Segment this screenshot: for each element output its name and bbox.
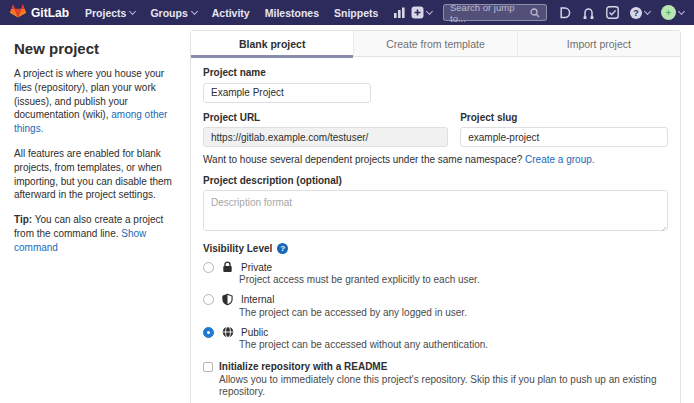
tab-import-project[interactable]: Import project (518, 31, 680, 56)
private-radio[interactable] (203, 262, 214, 273)
search-icon (530, 4, 540, 22)
project-slug-input[interactable] (460, 127, 668, 147)
nav-item-groups[interactable]: Groups (150, 7, 196, 19)
namespace-hint: Want to house several dependent projects… (203, 153, 668, 166)
navbar-right: Search or jump to... (411, 4, 684, 21)
nav-item-milestones[interactable]: Milestones (265, 7, 319, 19)
sidebar-paragraph-1: A project is where you house your files … (14, 67, 174, 136)
new-project-panel: Blank project Create from template Impor… (190, 30, 681, 403)
search-input[interactable]: Search or jump to... (443, 4, 547, 21)
public-description: The project can be accessed without any … (239, 339, 668, 351)
readme-checkbox[interactable] (203, 362, 213, 372)
visibility-option-internal[interactable]: Internal (203, 293, 668, 306)
project-description-input[interactable] (203, 190, 668, 231)
description-wrap (203, 190, 668, 235)
project-description-label: Project description (optional) (203, 174, 668, 187)
tab-create-from-template[interactable]: Create from template (354, 31, 517, 56)
lock-icon (221, 261, 234, 273)
user-menu[interactable]: + (661, 5, 684, 20)
issues-icon[interactable] (558, 6, 571, 20)
search-placeholder: Search or jump to... (450, 2, 530, 24)
private-description: Project access must be granted explicitl… (239, 274, 668, 286)
project-url-input[interactable] (203, 127, 448, 147)
page-title: New project (14, 40, 174, 57)
internal-description: The project can be accessed by any logge… (239, 307, 668, 319)
plus-menu-icon[interactable] (411, 6, 432, 19)
visibility-level-header: Visibility Level ? (203, 243, 668, 254)
public-radio[interactable] (203, 327, 214, 338)
help-icon[interactable]: ? (630, 7, 650, 19)
readme-label: Initialize repository with a README (219, 361, 387, 372)
nav-item-activity[interactable]: Activity (212, 7, 250, 19)
merge-requests-icon[interactable] (582, 6, 595, 20)
visibility-option-private[interactable]: Private (203, 261, 668, 273)
sidebar-paragraph-2: All features are enabled for blank proje… (14, 147, 174, 202)
nav-item-projects[interactable]: Projects (85, 7, 135, 19)
project-slug-label: Project slug (460, 111, 668, 124)
blank-project-form: Project name Project URL Project slug Wa… (191, 57, 680, 403)
resize-handle[interactable] (659, 224, 666, 231)
project-name-label: Project name (203, 66, 668, 79)
sidebar-tip: Tip: You can also create a project from … (14, 213, 174, 254)
nav-menu: Projects Groups Activity Milestones Snip… (85, 7, 406, 19)
nav-item-snippets[interactable]: Snippets (334, 7, 378, 19)
readme-row[interactable]: Initialize repository with a README (203, 361, 668, 372)
gitlab-home-link[interactable]: GitLab (10, 3, 69, 22)
chevron-down-icon (426, 7, 433, 14)
project-url-label: Project URL (203, 111, 448, 124)
chevron-down-icon (191, 7, 198, 14)
todos-icon[interactable] (606, 6, 619, 19)
description-sidebar: New project A project is where you house… (0, 25, 188, 266)
internal-radio[interactable] (203, 294, 214, 305)
project-name-input[interactable] (203, 83, 371, 103)
top-navbar: GitLab Projects Groups Activity Mileston… (0, 0, 694, 25)
shield-icon (221, 293, 234, 306)
visibility-help-icon[interactable]: ? (277, 243, 288, 254)
chevron-down-icon (644, 7, 651, 14)
url-slug-row: Project URL Project slug (203, 111, 668, 148)
avatar: + (661, 5, 676, 20)
tab-blank-project[interactable]: Blank project (191, 31, 354, 56)
visibility-option-public[interactable]: Public (203, 326, 668, 338)
chevron-down-icon (678, 7, 685, 14)
tanuki-logo-icon (10, 3, 26, 22)
globe-icon (221, 326, 234, 338)
main-content: New project A project is where you house… (0, 25, 694, 403)
create-group-link[interactable]: Create a group. (525, 154, 595, 165)
bar-chart-icon[interactable] (393, 7, 406, 19)
project-type-tabs: Blank project Create from template Impor… (191, 31, 680, 57)
chevron-down-icon (129, 7, 136, 14)
brand-name: GitLab (31, 6, 69, 20)
readme-description: Allows you to immediately clone this pro… (219, 374, 668, 398)
